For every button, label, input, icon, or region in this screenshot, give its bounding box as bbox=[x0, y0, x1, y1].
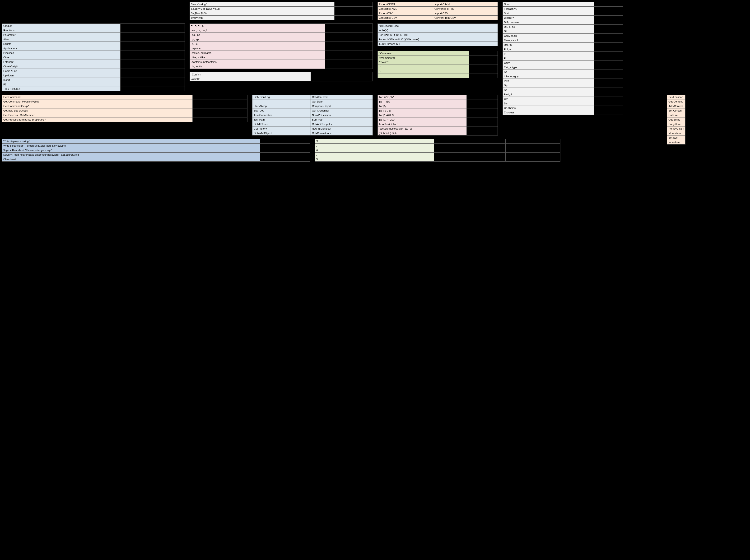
cell: & bbox=[315, 148, 434, 153]
table-row: Sort bbox=[503, 11, 623, 16]
desc-cell bbox=[260, 157, 310, 162]
desc-cell bbox=[121, 73, 185, 78]
desc-cell bbox=[467, 113, 498, 117]
desc-cell bbox=[594, 52, 623, 56]
desc-cell bbox=[121, 37, 185, 42]
table-row: Dir, ls, gci bbox=[503, 25, 623, 29]
table-row: Move,mv,mi bbox=[503, 38, 623, 43]
table-row: Pwd,gl bbox=[503, 92, 623, 97]
cell: Gm bbox=[503, 97, 594, 101]
table-row: Test-ConnectionNew-PSSession bbox=[252, 113, 373, 117]
desc-cell bbox=[467, 126, 498, 131]
common-params-table: -Confirm-WhatIf bbox=[189, 72, 372, 81]
table-row: Gi bbox=[503, 29, 623, 34]
cell: Fl bbox=[503, 56, 594, 61]
cell: Cmdlet bbox=[2, 24, 121, 28]
desc-cell bbox=[594, 83, 623, 88]
cell: Get-Command Get-p* bbox=[2, 104, 192, 108]
concepts-table: CmdletFunctionsParameterAliasScriptsAppl… bbox=[2, 23, 185, 92]
cell: Get-Command bbox=[2, 95, 192, 99]
cell: . bbox=[315, 144, 434, 148]
desc-cell bbox=[594, 43, 623, 47]
table-row: $arr[5] bbox=[378, 104, 498, 108]
desc-cell bbox=[325, 55, 372, 60]
desc-cell bbox=[121, 64, 185, 69]
table-row: Get-Content bbox=[667, 99, 686, 104]
table-row: Sp bbox=[503, 88, 623, 92]
desc-cell bbox=[334, 7, 372, 11]
table-row: Get-Date bbox=[252, 99, 373, 104]
desc-cell bbox=[310, 77, 372, 81]
table-row: ` bbox=[378, 74, 498, 78]
cell: New-Item bbox=[667, 140, 686, 144]
cell: Gp bbox=[503, 83, 594, 88]
table-row: Foreach($file in dir C:\){$file.name} bbox=[378, 37, 498, 42]
cell: Get-WMIObject bbox=[252, 131, 311, 136]
table-row: -eq, -ne bbox=[190, 33, 372, 37]
table-row: ConvertTo-XMLConvertTo-HTML bbox=[378, 7, 498, 11]
desc-cell bbox=[469, 51, 498, 56]
cell: Set-Item bbox=[667, 136, 686, 140]
desc-cell bbox=[594, 61, 623, 65]
table-row: Remove-Item bbox=[667, 126, 686, 131]
cell bbox=[434, 139, 505, 144]
cell: -Confirm bbox=[190, 73, 310, 77]
table-row: -in, -notin bbox=[190, 64, 372, 69]
desc-cell bbox=[325, 42, 372, 46]
cell: Copy,cp,cpi bbox=[503, 34, 594, 38]
desc-cell bbox=[121, 33, 185, 37]
table-row: Ihy,r bbox=[503, 79, 623, 83]
desc-cell bbox=[192, 95, 247, 99]
table-row: ConvertTo-CSVConvertFrom-CSV bbox=[378, 16, 498, 20]
aliases-table: GcmForeach,%SortWhere,?Diff,compareDir, … bbox=[503, 2, 623, 115]
cell: Get-EventLog bbox=[252, 95, 311, 99]
desc-cell bbox=[121, 69, 185, 73]
cell: Cls,clear bbox=[503, 111, 594, 115]
cell: Ihy,r bbox=[503, 79, 594, 83]
cmdlets-two-col-table: Get-EventLogGet-WinEventGet-DateStart-Sl… bbox=[252, 95, 373, 136]
desc-cell bbox=[325, 28, 372, 33]
cell: Get-Date bbox=[310, 99, 372, 104]
table-row: Ctrl+c bbox=[2, 55, 185, 60]
variables-table: $var ="string"$a,$b = 0 or $a,$b ='a','b… bbox=[189, 2, 372, 20]
table-row: Get-Command -Module RGHS bbox=[2, 99, 247, 104]
desc-cell bbox=[505, 148, 560, 153]
desc-cell bbox=[594, 16, 623, 20]
cell: Del,rm bbox=[503, 43, 594, 47]
scripts-table: S.&.$ bbox=[315, 139, 561, 162]
cell: Compare-Object bbox=[310, 104, 372, 108]
desc-cell bbox=[325, 33, 372, 37]
cell: $arr ="a", "b" bbox=[378, 95, 467, 99]
table-row: Insert bbox=[2, 78, 185, 82]
table-row: Get-HistoryNew-ISESnippet bbox=[252, 126, 373, 131]
cell: Clear-Host bbox=[2, 157, 260, 162]
desc-cell bbox=[594, 106, 623, 111]
cell: -contains,-notcontains bbox=[190, 60, 325, 64]
cell: -like,-notlike bbox=[190, 55, 325, 60]
flow-comments-table: If(){}Elseif(){}Else{}while(){}For($i=0;… bbox=[378, 23, 498, 78]
cell: Get-Command -Module RGHS bbox=[2, 99, 192, 104]
cell: ConvertTo-HTML bbox=[433, 7, 498, 11]
cell: $pwd = Read-host "Please enter your pass… bbox=[2, 153, 260, 157]
table-row: $arr[1,4+6..9] bbox=[378, 113, 498, 117]
cell: Set-Content bbox=[667, 108, 686, 113]
desc-cell bbox=[121, 46, 185, 51]
cell: Cd,chdir,sl bbox=[503, 106, 594, 111]
table-row: Rni,ren bbox=[503, 47, 623, 52]
cell: Scripts bbox=[2, 42, 121, 46]
cell: Out-String bbox=[667, 117, 686, 122]
table-row: -WhatIf bbox=[190, 77, 372, 81]
cell: Copy-Item bbox=[667, 122, 686, 126]
cell: Get-Process | Get-Member bbox=[2, 113, 192, 117]
table-row: For($i=0; $i -lt 10; $i++){} bbox=[378, 33, 498, 37]
desc-cell bbox=[467, 104, 498, 108]
desc-cell bbox=[310, 73, 372, 77]
cell: ConvertTo-CSV bbox=[378, 16, 433, 20]
desc-cell bbox=[594, 47, 623, 52]
table-row: Left/right bbox=[2, 60, 185, 64]
table-row: If(){}Elseif(){}Else{} bbox=[378, 24, 498, 28]
table-row: Where,? bbox=[503, 16, 623, 20]
cell: $z = $arA + $arB bbox=[378, 122, 467, 126]
table-row: Start-SleepCompare-Object bbox=[252, 104, 373, 108]
desc-cell bbox=[325, 60, 372, 64]
